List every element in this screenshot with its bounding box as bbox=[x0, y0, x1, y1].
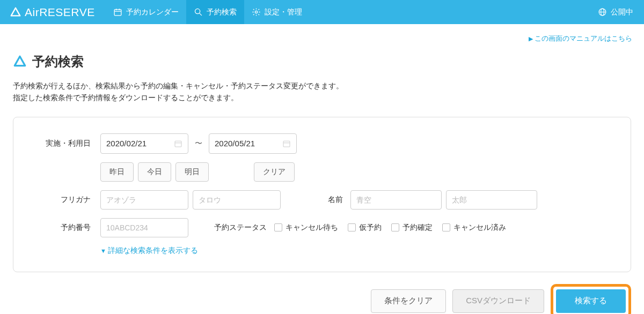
nav-search[interactable]: 予約検索 bbox=[186, 0, 244, 24]
desc-line: 予約検索が行えるほか、検索結果から予約の編集・キャンセル・予約ステータス変更がで… bbox=[13, 80, 631, 92]
svg-line-5 bbox=[199, 13, 201, 16]
advanced-toggle[interactable]: 詳細な検索条件を表示する bbox=[32, 246, 612, 256]
nav-label: 予約検索 bbox=[207, 8, 237, 17]
svg-point-4 bbox=[195, 9, 200, 13]
date-label: 実施・利用日 bbox=[32, 139, 100, 148]
name-mei-input[interactable] bbox=[446, 190, 537, 210]
csv-download-button[interactable]: CSVダウンロード bbox=[452, 289, 544, 313]
triangle-icon bbox=[13, 55, 27, 69]
status-label: 公開中 bbox=[611, 8, 633, 17]
main-content: 予約検索 予約検索が行えるほか、検索結果から予約の編集・キャンセル・予約ステータ… bbox=[0, 43, 644, 314]
logo-icon bbox=[10, 6, 21, 18]
furigana-sei-input[interactable] bbox=[100, 190, 188, 210]
resno-label: 予約番号 bbox=[32, 223, 100, 233]
logo-text: AirRESERVE bbox=[25, 6, 95, 19]
search-highlight: 検索する bbox=[551, 284, 631, 314]
publish-status[interactable]: 公開中 bbox=[587, 8, 644, 17]
search-panel: 実施・利用日 2020/02/21 〜 2020/05/21 昨日 今日 明日 … bbox=[13, 117, 631, 272]
name-sei-input[interactable] bbox=[350, 190, 442, 210]
svg-rect-12 bbox=[283, 141, 290, 147]
app-header: AirRESERVE 予約カレンダー 予約検索 設定・管理 公開中 bbox=[0, 0, 644, 24]
page-title: 予約検索 bbox=[32, 53, 84, 70]
app-logo[interactable]: AirRESERVE bbox=[0, 6, 106, 19]
desc-line: 指定した検索条件で予約情報をダウンロードすることができます。 bbox=[13, 92, 631, 103]
manual-link[interactable]: この画面のマニュアルはこちら bbox=[529, 34, 632, 42]
gear-icon bbox=[252, 8, 261, 17]
svg-point-6 bbox=[255, 11, 257, 13]
clear-conditions-button[interactable]: 条件をクリア bbox=[371, 289, 446, 313]
date-to-value: 2020/05/21 bbox=[215, 139, 255, 148]
status-confirmed-checkbox[interactable]: 予約確定 bbox=[391, 223, 433, 233]
date-tilde: 〜 bbox=[193, 139, 204, 148]
page-description: 予約検索が行えるほか、検索結果から予約の編集・キャンセル・予約ステータス変更がで… bbox=[13, 80, 631, 104]
main-nav: 予約カレンダー 予約検索 設定・管理 bbox=[106, 0, 310, 24]
status-cancelled-checkbox[interactable]: キャンセル済み bbox=[442, 223, 506, 233]
page-title-row: 予約検索 bbox=[13, 53, 631, 70]
furigana-mei-input[interactable] bbox=[193, 190, 281, 210]
nav-label: 設定・管理 bbox=[265, 8, 302, 17]
date-clear-button[interactable]: クリア bbox=[254, 162, 295, 182]
today-button[interactable]: 今日 bbox=[138, 162, 171, 182]
resno-input[interactable] bbox=[100, 218, 188, 237]
date-to-input[interactable]: 2020/05/21 bbox=[209, 133, 297, 154]
nav-calendar[interactable]: 予約カレンダー bbox=[106, 0, 186, 24]
calendar-icon bbox=[113, 8, 122, 17]
search-icon bbox=[194, 8, 203, 17]
status-wait-checkbox[interactable]: キャンセル待ち bbox=[274, 223, 338, 233]
footer-buttons: 条件をクリア CSVダウンロード 検索する bbox=[13, 284, 631, 314]
manual-link-wrap: この画面のマニュアルはこちら bbox=[0, 24, 644, 43]
status-label: 予約ステータス bbox=[210, 223, 274, 233]
nav-settings[interactable]: 設定・管理 bbox=[244, 0, 310, 24]
calendar-icon bbox=[174, 139, 182, 148]
status-checkbox-group: キャンセル待ち 仮予約 予約確定 キャンセル済み bbox=[274, 223, 506, 233]
nav-label: 予約カレンダー bbox=[126, 8, 179, 17]
yesterday-button[interactable]: 昨日 bbox=[100, 162, 134, 182]
tomorrow-button[interactable]: 明日 bbox=[175, 162, 209, 182]
svg-rect-0 bbox=[114, 10, 121, 16]
name-label: 名前 bbox=[302, 195, 350, 205]
date-from-input[interactable]: 2020/02/21 bbox=[100, 133, 188, 154]
date-from-value: 2020/02/21 bbox=[106, 139, 147, 148]
svg-rect-10 bbox=[175, 141, 181, 147]
status-tentative-checkbox[interactable]: 仮予約 bbox=[348, 223, 382, 233]
globe-icon bbox=[598, 8, 607, 17]
calendar-icon bbox=[282, 139, 291, 148]
search-button[interactable]: 検索する bbox=[556, 289, 626, 313]
furigana-label: フリガナ bbox=[32, 195, 100, 205]
